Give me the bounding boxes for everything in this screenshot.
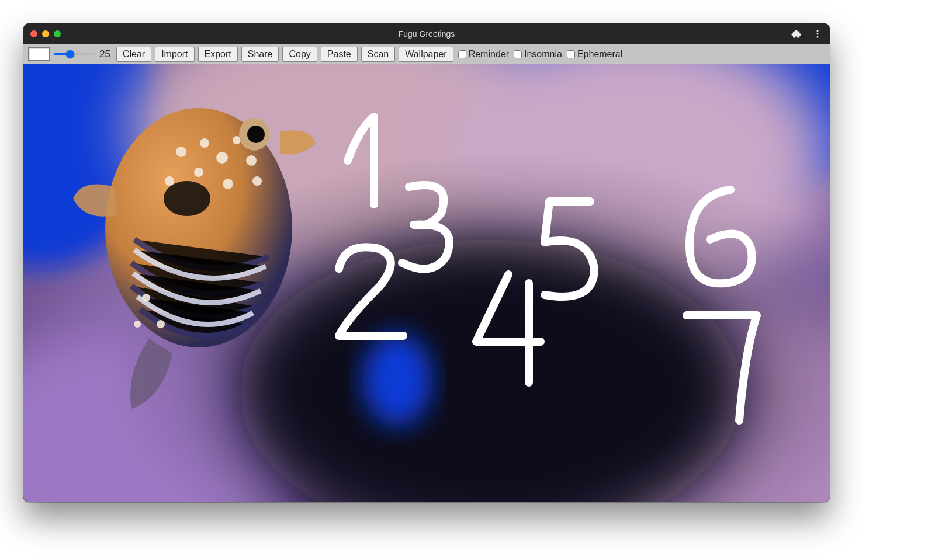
ephemeral-checkbox-label: Ephemeral — [577, 49, 622, 60]
brush-size-slider[interactable] — [54, 49, 95, 60]
import-button[interactable]: Import — [155, 47, 194, 62]
app-window: Fugu Greetings — [23, 23, 830, 502]
clear-button[interactable]: Clear — [116, 47, 151, 62]
svg-point-24 — [142, 294, 150, 302]
svg-point-20 — [194, 168, 203, 177]
reminder-checkbox-label: Reminder — [469, 49, 509, 60]
svg-point-23 — [165, 176, 174, 186]
export-button[interactable]: Export — [198, 47, 238, 62]
minimize-window-button[interactable] — [42, 30, 49, 37]
share-button[interactable]: Share — [241, 47, 279, 62]
ephemeral-checkbox[interactable]: Ephemeral — [567, 49, 622, 60]
color-picker[interactable] — [28, 47, 50, 61]
copy-button[interactable]: Copy — [282, 47, 317, 62]
reminder-checkbox-input[interactable] — [458, 50, 466, 58]
svg-point-1 — [817, 33, 819, 35]
svg-point-17 — [216, 152, 228, 164]
titlebar: Fugu Greetings — [23, 23, 830, 44]
svg-point-19 — [246, 155, 257, 166]
svg-point-2 — [817, 36, 819, 38]
insomnia-checkbox-input[interactable] — [514, 50, 522, 58]
svg-point-16 — [200, 138, 209, 148]
toolbar: 25 Clear Import Export Share Copy Paste … — [23, 44, 830, 64]
extensions-icon[interactable] — [791, 29, 802, 39]
traffic-lights — [30, 30, 61, 37]
reminder-checkbox[interactable]: Reminder — [458, 49, 509, 60]
paste-button[interactable]: Paste — [321, 47, 358, 62]
insomnia-checkbox-label: Insomnia — [524, 49, 562, 60]
svg-point-15 — [176, 147, 186, 157]
drawing-canvas[interactable] — [23, 64, 830, 502]
svg-point-26 — [134, 321, 141, 328]
kebab-menu-icon[interactable] — [812, 29, 823, 39]
svg-point-21 — [223, 179, 233, 189]
svg-point-25 — [157, 320, 165, 328]
window-title: Fugu Greetings — [23, 29, 830, 39]
zoom-window-button[interactable] — [54, 30, 61, 37]
svg-point-13 — [362, 333, 432, 426]
scan-button[interactable]: Scan — [361, 47, 395, 62]
brush-size-value: 25 — [99, 48, 110, 60]
svg-point-22 — [252, 176, 262, 186]
insomnia-checkbox[interactable]: Insomnia — [514, 49, 562, 60]
svg-point-29 — [164, 181, 210, 216]
svg-point-0 — [817, 30, 819, 32]
svg-point-28 — [247, 126, 265, 143]
wallpaper-button[interactable]: Wallpaper — [399, 47, 453, 62]
ephemeral-checkbox-input[interactable] — [567, 50, 575, 58]
close-window-button[interactable] — [30, 30, 37, 37]
